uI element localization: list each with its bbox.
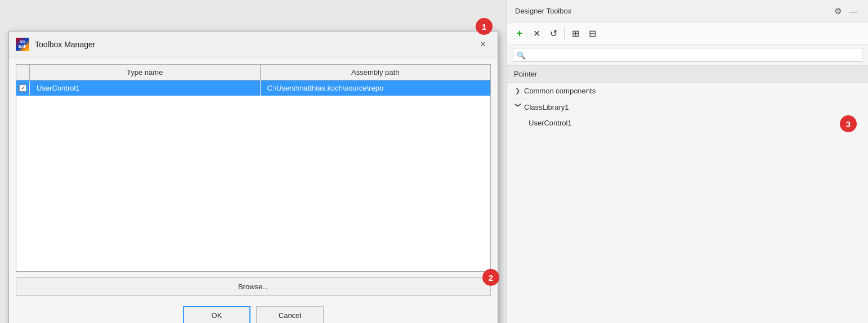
right-titlebar: Designer Toolbox ⚙ — bbox=[507, 0, 868, 23]
table-row[interactable]: UserControl1 C:\Users\matthias.koch\sour… bbox=[16, 80, 490, 96]
export-button[interactable]: ⊟ bbox=[584, 25, 600, 41]
dialog-footer: OK Cancel bbox=[9, 303, 498, 323]
dialog-titlebar: RDEAP Toolbox Manager × bbox=[9, 32, 498, 57]
minimize-button[interactable]: — bbox=[847, 5, 860, 18]
browse-button[interactable]: Browse... bbox=[16, 277, 491, 296]
toolbox-manager-dialog: RDEAP Toolbox Manager × Type name Assemb… bbox=[8, 31, 498, 323]
tree-item-label: Common components bbox=[524, 87, 596, 95]
th-assembly-path: Assembly path bbox=[261, 65, 491, 80]
add-button[interactable]: + bbox=[512, 25, 527, 41]
search-area: 🔍 bbox=[507, 44, 868, 66]
right-title-actions: ⚙ — bbox=[831, 5, 860, 18]
toolbar-divider bbox=[564, 27, 565, 39]
search-input[interactable] bbox=[513, 48, 862, 62]
badge-1: 1 bbox=[476, 18, 493, 35]
remove-icon: ✕ bbox=[533, 28, 540, 39]
dialog-body: Type name Assembly path UserControl1 C:\… bbox=[9, 57, 498, 303]
chevron-down-icon: ❯ bbox=[513, 102, 522, 111]
pointer-header: Pointer bbox=[507, 66, 868, 83]
th-checkbox bbox=[16, 65, 30, 80]
th-type-name: Type name bbox=[30, 65, 261, 80]
refresh-button[interactable]: ↺ bbox=[545, 25, 561, 41]
tree-item-label: ClassLibrary1 bbox=[524, 103, 569, 111]
td-type-name: UserControl1 bbox=[30, 80, 261, 96]
cancel-button[interactable]: Cancel bbox=[256, 306, 324, 323]
tree-item-common-components[interactable]: ❯ Common components bbox=[507, 83, 868, 99]
left-background: 1 RDEAP Toolbox Manager × Type name Asse… bbox=[0, 0, 507, 323]
tree-area: Pointer ❯ Common components ❯ ClassLibra… bbox=[507, 66, 868, 323]
remove-button[interactable]: ✕ bbox=[529, 25, 544, 41]
export-icon: ⊟ bbox=[589, 28, 596, 39]
dialog-app-icon: RDEAP bbox=[16, 38, 29, 51]
import-button[interactable]: ⊞ bbox=[567, 25, 583, 41]
ok-button[interactable]: OK bbox=[183, 306, 250, 323]
chevron-right-icon: ❯ bbox=[513, 86, 522, 95]
td-checkbox[interactable] bbox=[16, 81, 30, 95]
right-panel-title: Designer Toolbox bbox=[515, 7, 571, 15]
tree-sub-item-usercontrol1[interactable]: UserControl1 bbox=[507, 115, 868, 131]
tree-sub-item-label: UserControl1 bbox=[529, 119, 572, 127]
import-icon: ⊞ bbox=[572, 28, 579, 39]
dialog-close-button[interactable]: × bbox=[475, 37, 491, 52]
tree-item-classlibrary1[interactable]: ❯ ClassLibrary1 bbox=[507, 99, 868, 115]
settings-button[interactable]: ⚙ bbox=[831, 5, 844, 18]
toolbox-toolbar: + ✕ ↺ ⊞ ⊟ bbox=[507, 23, 868, 44]
designer-toolbox-panel: Designer Toolbox ⚙ — + ✕ ↺ ⊞ ⊟ 🔍 P bbox=[507, 0, 868, 323]
type-table: Type name Assembly path UserControl1 C:\… bbox=[16, 64, 491, 272]
browse-row: Browse... 2 bbox=[16, 277, 491, 296]
search-icon: 🔍 bbox=[517, 51, 526, 59]
badge-2: 2 bbox=[482, 269, 499, 286]
badge-3: 3 bbox=[840, 115, 857, 132]
refresh-icon: ↺ bbox=[550, 28, 557, 39]
row-checkbox[interactable] bbox=[19, 84, 26, 92]
td-assembly-path: C:\Users\matthias.koch\source\repo bbox=[261, 80, 491, 96]
dialog-title: Toolbox Manager bbox=[35, 40, 475, 49]
sub-item-wrapper: UserControl1 3 bbox=[507, 115, 868, 131]
table-body: UserControl1 C:\Users\matthias.koch\sour… bbox=[16, 80, 490, 271]
search-wrapper: 🔍 bbox=[513, 48, 862, 62]
table-header: Type name Assembly path bbox=[16, 65, 490, 80]
